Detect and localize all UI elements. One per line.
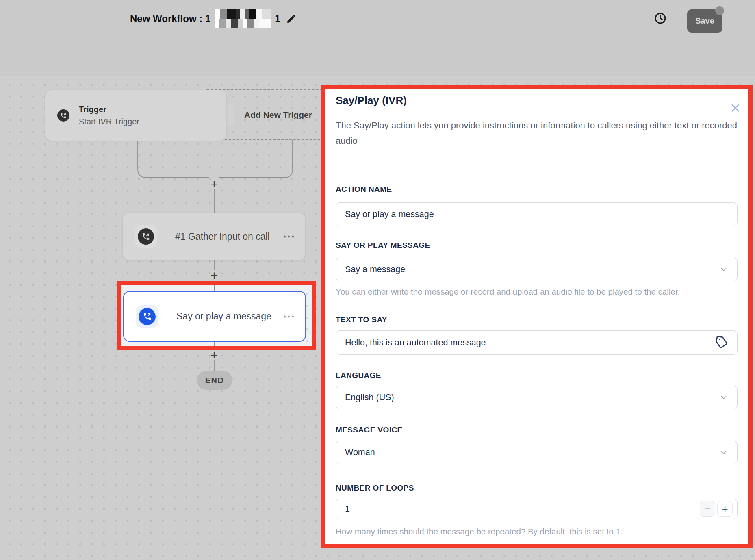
text-to-say-value: Hello, this is an automated message <box>345 338 486 348</box>
say-play-node[interactable]: Say or play a message <box>123 291 306 342</box>
say-node-label: Say or play a message <box>176 311 271 322</box>
phone-forward-icon <box>57 109 69 122</box>
phone-forward-icon <box>139 308 156 325</box>
gather-node-label: #1 Gather Input on call <box>175 231 270 242</box>
header: New Workflow : 1 1 <box>0 0 755 41</box>
add-new-trigger-label: Add New Trigger <box>244 110 312 120</box>
custom-values-button[interactable] <box>714 335 729 350</box>
workflow-title-suffix: 1 <box>275 13 280 24</box>
number-of-loops-label: NUMBER OF LOOPS <box>336 484 414 493</box>
text-to-say-field[interactable]: Hello, this is an automated message <box>336 330 738 355</box>
node-menu-button[interactable] <box>281 233 296 240</box>
phone-forward-icon <box>138 228 154 245</box>
message-voice-label: MESSAGE VOICE <box>336 425 403 434</box>
text-to-say-label: TEXT TO SAY <box>336 315 387 324</box>
say-or-play-value: Say a message <box>345 265 405 275</box>
action-name-label: ACTION NAME <box>336 185 392 194</box>
message-voice-select[interactable]: Woman <box>336 441 738 464</box>
phone-badge <box>135 225 157 248</box>
minus-icon: − <box>704 503 710 515</box>
action-name-input[interactable] <box>336 202 738 226</box>
gather-input-node[interactable]: #1 Gather Input on call <box>123 213 305 260</box>
add-step-button[interactable]: + <box>208 270 220 281</box>
clock-history-icon <box>653 11 667 26</box>
say-or-play-select[interactable]: Say a message <box>336 258 738 281</box>
workflow-builder-page: New Workflow : 1 1 Save Builder Settings… <box>0 0 755 560</box>
close-icon <box>729 102 740 113</box>
node-menu-button[interactable] <box>281 313 296 320</box>
language-value: English (US) <box>345 393 394 403</box>
edit-workflow-name-button[interactable] <box>284 12 298 26</box>
say-or-play-label: SAY OR PLAY MESSAGE <box>336 241 430 250</box>
chevron-down-icon <box>719 448 728 457</box>
chevron-down-icon <box>719 265 728 274</box>
number-of-loops-helper: How many times should the message be rep… <box>336 527 623 536</box>
trigger-node-title: Trigger <box>79 103 139 115</box>
redacted-workflow-name <box>215 9 271 28</box>
workflow-title-prefix: New Workflow : 1 <box>130 13 210 24</box>
language-select[interactable]: English (US) <box>336 386 738 409</box>
message-voice-value: Woman <box>345 447 375 458</box>
add-step-button[interactable]: + <box>208 178 220 190</box>
tab-bar <box>0 41 755 76</box>
workflow-title: New Workflow : 1 1 <box>130 9 298 28</box>
number-of-loops-stepper: − + <box>336 499 738 519</box>
version-history-button[interactable] <box>651 9 670 28</box>
panel-description: The Say/Play action lets you provide ins… <box>336 118 742 149</box>
number-of-loops-input[interactable] <box>336 504 700 514</box>
add-step-button[interactable]: + <box>208 349 220 361</box>
tag-icon <box>715 336 728 349</box>
language-label: LANGUAGE <box>336 371 381 380</box>
trigger-node-subtitle: Start IVR Trigger <box>79 115 139 128</box>
trigger-node[interactable]: Trigger Start IVR Trigger <box>45 90 226 141</box>
panel-title: Say/Play (IVR) <box>336 94 407 107</box>
close-panel-button[interactable] <box>728 101 741 114</box>
pencil-icon <box>286 13 297 24</box>
say-play-config-panel: Say/Play (IVR) The Say/Play action lets … <box>321 85 753 548</box>
chevron-down-icon <box>719 393 728 402</box>
unsaved-changes-dot <box>715 6 724 15</box>
plus-icon: + <box>722 503 728 515</box>
increment-button[interactable]: + <box>717 501 733 517</box>
end-node: END <box>197 371 232 390</box>
decrement-button[interactable]: − <box>700 501 715 517</box>
say-or-play-helper: You can either write the message or reco… <box>336 287 680 297</box>
phone-badge <box>136 305 158 328</box>
